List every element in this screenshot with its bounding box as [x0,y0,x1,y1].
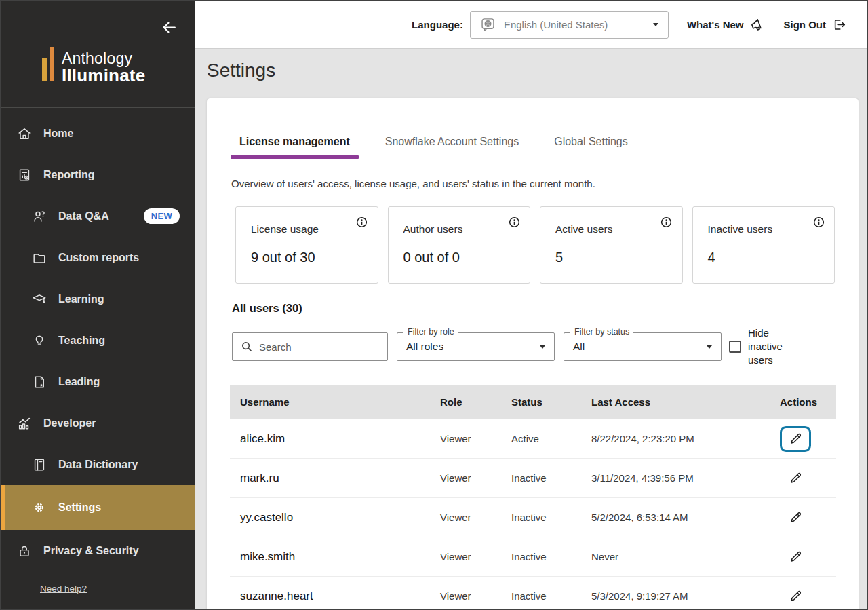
custom-reports-icon [31,250,47,265]
hide-inactive-control: Hide inactive users [729,326,794,367]
info-icon[interactable] [355,214,370,229]
stat-card: License usage 9 out of 30 [235,206,378,284]
info-icon[interactable] [659,214,674,229]
users-heading: All users (30) [232,302,836,315]
cell-last-access: 5/3/2024, 9:19:27 AM [591,590,780,602]
brand-name-top: Anthology [62,51,145,66]
table-row: mike.smith Viewer Inactive Never [230,537,836,577]
sidebar-item[interactable]: Custom reports [1,237,195,278]
sidebar: Anthology Illuminate Home Reporting [1,1,195,609]
stat-card: Author users 0 out of 0 [388,206,531,284]
search-box [232,332,388,361]
hide-inactive-checkbox[interactable] [729,341,741,353]
stat-card-value: 4 [708,250,824,265]
page-title: Settings [195,49,867,84]
cell-role: Viewer [440,472,511,484]
filters-row: Filter by role All roles Filter by statu… [232,326,836,367]
leading-icon [31,375,47,389]
brand-bars-icon [42,47,54,85]
pencil-icon [789,589,803,603]
status-filter-select[interactable]: Filter by status All [564,332,722,361]
info-icon[interactable] [811,214,826,229]
back-arrow-icon [161,19,178,36]
sidebar-item-label: Data Dictionary [58,459,138,471]
edit-user-button[interactable] [780,544,811,570]
tab[interactable]: License management [239,136,350,159]
language-value: English (United States) [504,19,608,31]
sidebar-item[interactable]: Settings [1,485,195,530]
table-row: alice.kim Viewer Active 8/22/2024, 2:23:… [230,419,836,459]
stat-card-value: 5 [555,250,671,265]
info-icon[interactable] [507,214,521,229]
need-help-link[interactable]: Need help? [40,584,87,594]
sidebar-item[interactable]: Data Dictionary [1,444,195,485]
sidebar-item-label: Privacy & Security [43,545,139,557]
privacy-icon [16,544,33,558]
language-label: Language: [412,19,463,31]
tab-label: Snowflake Account Settings [385,136,519,147]
sidebar-item-label: Home [43,128,73,140]
megaphone-icon [750,17,766,33]
stat-card-value: 9 out of 30 [251,250,367,265]
table-row: suzanne.heart Viewer Inactive 5/3/2024, … [230,577,836,609]
cell-username: mark.ru [240,472,440,485]
cell-status: Active [511,433,591,444]
developer-icon [16,416,33,431]
hide-inactive-label: Hide inactive users [748,326,787,367]
sidebar-item[interactable]: Privacy & Security [1,530,195,571]
sidebar-item[interactable]: Home [1,113,195,154]
edit-user-button[interactable] [780,584,811,609]
edit-user-button[interactable] [780,505,811,531]
search-input[interactable] [259,341,380,353]
brand-logo: Anthology Illuminate [42,47,145,85]
learning-icon [31,292,47,307]
data-dictionary-icon [31,457,47,472]
sidebar-item[interactable]: Data Q&A NEW [1,195,195,237]
sidebar-item[interactable]: Reporting [1,154,195,195]
whats-new-button[interactable]: What's New [687,17,766,33]
users-table: Username Role Status Last Access Actions… [230,385,836,609]
sidebar-item[interactable]: Developer [1,402,195,444]
overview-text: Overview of users' access, license usage… [231,178,836,189]
cell-last-access: Never [591,551,780,563]
language-select[interactable]: English (United States) [470,11,669,39]
sign-out-button[interactable]: Sign Out [784,18,847,32]
pencil-icon [789,471,803,485]
data-qa-icon [31,209,47,224]
pencil-icon [789,550,803,564]
cell-username: yy.castello [240,511,440,525]
edit-user-button[interactable] [780,465,811,491]
home-icon [16,126,33,141]
app-window: Anthology Illuminate Home Reporting [0,0,868,610]
edit-user-button[interactable] [780,426,811,452]
sidebar-item[interactable]: Learning [1,278,195,320]
sidebar-item-label: Leading [58,376,100,388]
cell-role: Viewer [440,590,511,602]
cell-status: Inactive [511,551,591,563]
reporting-icon [16,168,33,183]
cell-status: Inactive [511,512,591,523]
stat-card-title: Inactive users [708,223,824,235]
cell-role: Viewer [440,433,511,444]
sidebar-item[interactable]: Teaching [1,320,195,361]
tab[interactable]: Snowflake Account Settings [385,136,519,159]
cell-status: Inactive [511,472,591,484]
pencil-icon [789,510,803,525]
cell-status: Inactive [511,590,591,602]
collapse-sidebar-button[interactable] [159,18,178,37]
sidebar-item[interactable]: Leading [1,361,195,402]
tab-label: Global Settings [554,136,628,147]
status-filter-value: All [573,341,585,353]
tab[interactable]: Global Settings [554,136,628,159]
role-filter-select[interactable]: Filter by role All roles [397,332,555,361]
table-header: Username Role Status Last Access Actions [230,385,836,419]
cell-last-access: 3/11/2024, 4:39:56 PM [591,472,780,484]
settings-card: License management Snowflake Account Set… [207,98,859,609]
language-group: Language: English (United States) [412,11,669,39]
cell-role: Viewer [440,551,511,563]
tab-label: License management [239,136,350,147]
sidebar-item-label: Reporting [43,169,95,181]
search-icon [240,340,254,354]
topbar: Language: English (United States) What's… [195,1,867,49]
sign-out-icon [832,18,846,32]
